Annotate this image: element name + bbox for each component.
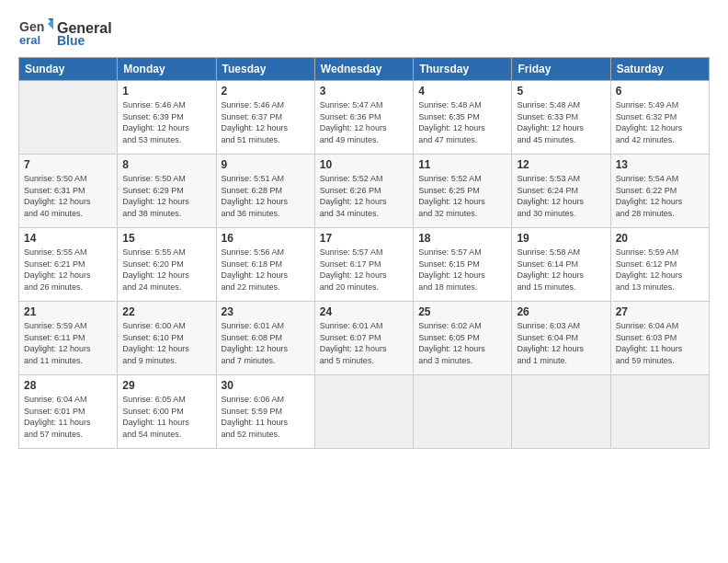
day-info: Sunrise: 5:57 AM Sunset: 6:15 PM Dayligh… bbox=[418, 247, 506, 293]
col-header-tuesday: Tuesday bbox=[216, 58, 314, 81]
day-info: Sunrise: 5:56 AM Sunset: 6:18 PM Dayligh… bbox=[222, 247, 310, 293]
day-info: Sunrise: 6:04 AM Sunset: 6:03 PM Dayligh… bbox=[616, 320, 704, 366]
col-header-saturday: Saturday bbox=[610, 58, 709, 81]
day-number: 15 bbox=[122, 232, 210, 245]
table-row: 25Sunrise: 6:02 AM Sunset: 6:05 PM Dayli… bbox=[414, 302, 512, 375]
table-row: 13Sunrise: 5:54 AM Sunset: 6:22 PM Dayli… bbox=[610, 155, 709, 228]
table-row: 5Sunrise: 5:48 AM Sunset: 6:33 PM Daylig… bbox=[512, 81, 610, 155]
table-row: 1Sunrise: 5:46 AM Sunset: 6:39 PM Daylig… bbox=[118, 81, 216, 155]
table-row: 30Sunrise: 6:06 AM Sunset: 5:59 PM Dayli… bbox=[216, 375, 314, 449]
table-row: 4Sunrise: 5:48 AM Sunset: 6:35 PM Daylig… bbox=[414, 81, 512, 155]
day-number: 26 bbox=[517, 305, 605, 318]
table-row: 19Sunrise: 5:58 AM Sunset: 6:14 PM Dayli… bbox=[512, 228, 610, 302]
day-info: Sunrise: 5:50 AM Sunset: 6:31 PM Dayligh… bbox=[24, 173, 112, 219]
day-number: 19 bbox=[517, 232, 605, 245]
table-row: 8Sunrise: 5:50 AM Sunset: 6:29 PM Daylig… bbox=[118, 155, 216, 228]
table-row: 24Sunrise: 6:01 AM Sunset: 6:07 PM Dayli… bbox=[314, 302, 413, 375]
day-info: Sunrise: 5:55 AM Sunset: 6:20 PM Dayligh… bbox=[122, 247, 210, 293]
day-info: Sunrise: 5:57 AM Sunset: 6:17 PM Dayligh… bbox=[320, 247, 408, 293]
day-info: Sunrise: 5:58 AM Sunset: 6:14 PM Dayligh… bbox=[517, 247, 605, 293]
day-number: 27 bbox=[616, 305, 704, 318]
table-row: 20Sunrise: 5:59 AM Sunset: 6:12 PM Dayli… bbox=[610, 228, 709, 302]
day-info: Sunrise: 5:59 AM Sunset: 6:12 PM Dayligh… bbox=[616, 247, 704, 293]
day-number: 18 bbox=[418, 232, 506, 245]
day-number: 17 bbox=[320, 232, 408, 245]
logo-svg: Gen eral bbox=[18, 17, 53, 52]
svg-text:Gen: Gen bbox=[19, 19, 44, 34]
table-row: 29Sunrise: 6:05 AM Sunset: 6:00 PM Dayli… bbox=[118, 375, 216, 449]
day-number: 13 bbox=[616, 158, 704, 171]
day-number: 16 bbox=[222, 232, 310, 245]
day-number: 10 bbox=[320, 158, 408, 171]
day-number: 28 bbox=[24, 379, 112, 392]
logo: Gen eral General Blue bbox=[18, 17, 112, 52]
day-info: Sunrise: 5:49 AM Sunset: 6:32 PM Dayligh… bbox=[616, 99, 704, 145]
col-header-wednesday: Wednesday bbox=[314, 58, 413, 81]
calendar-table: SundayMondayTuesdayWednesdayThursdayFrid… bbox=[18, 57, 710, 449]
day-number: 12 bbox=[517, 158, 605, 171]
table-row: 15Sunrise: 5:55 AM Sunset: 6:20 PM Dayli… bbox=[118, 228, 216, 302]
day-info: Sunrise: 5:54 AM Sunset: 6:22 PM Dayligh… bbox=[616, 173, 704, 219]
day-info: Sunrise: 5:52 AM Sunset: 6:25 PM Dayligh… bbox=[418, 173, 506, 219]
day-number: 1 bbox=[122, 85, 210, 98]
col-header-thursday: Thursday bbox=[414, 58, 512, 81]
day-info: Sunrise: 5:59 AM Sunset: 6:11 PM Dayligh… bbox=[24, 320, 112, 366]
day-number: 29 bbox=[122, 379, 210, 392]
table-row bbox=[610, 375, 709, 449]
day-info: Sunrise: 5:55 AM Sunset: 6:21 PM Dayligh… bbox=[24, 247, 112, 293]
day-number: 8 bbox=[122, 158, 210, 171]
table-row: 9Sunrise: 5:51 AM Sunset: 6:28 PM Daylig… bbox=[216, 155, 314, 228]
day-number: 9 bbox=[222, 158, 310, 171]
col-header-monday: Monday bbox=[118, 58, 216, 81]
day-number: 7 bbox=[24, 158, 112, 171]
day-info: Sunrise: 6:06 AM Sunset: 5:59 PM Dayligh… bbox=[222, 394, 310, 440]
table-row: 23Sunrise: 6:01 AM Sunset: 6:08 PM Dayli… bbox=[216, 302, 314, 375]
day-number: 22 bbox=[122, 305, 210, 318]
day-number: 21 bbox=[24, 305, 112, 318]
table-row bbox=[512, 375, 610, 449]
day-number: 6 bbox=[616, 85, 704, 98]
day-info: Sunrise: 5:46 AM Sunset: 6:39 PM Dayligh… bbox=[122, 99, 210, 145]
col-header-friday: Friday bbox=[512, 58, 610, 81]
day-number: 30 bbox=[222, 379, 310, 392]
table-row: 11Sunrise: 5:52 AM Sunset: 6:25 PM Dayli… bbox=[414, 155, 512, 228]
day-info: Sunrise: 5:47 AM Sunset: 6:36 PM Dayligh… bbox=[320, 99, 408, 145]
day-number: 24 bbox=[320, 305, 408, 318]
day-number: 4 bbox=[418, 85, 506, 98]
svg-text:eral: eral bbox=[19, 33, 40, 47]
day-info: Sunrise: 6:03 AM Sunset: 6:04 PM Dayligh… bbox=[517, 320, 605, 366]
table-row bbox=[314, 375, 413, 449]
day-info: Sunrise: 5:52 AM Sunset: 6:26 PM Dayligh… bbox=[320, 173, 408, 219]
table-row: 12Sunrise: 5:53 AM Sunset: 6:24 PM Dayli… bbox=[512, 155, 610, 228]
day-number: 3 bbox=[320, 85, 408, 98]
day-info: Sunrise: 5:50 AM Sunset: 6:29 PM Dayligh… bbox=[122, 173, 210, 219]
day-info: Sunrise: 6:04 AM Sunset: 6:01 PM Dayligh… bbox=[24, 394, 112, 440]
table-row: 27Sunrise: 6:04 AM Sunset: 6:03 PM Dayli… bbox=[610, 302, 709, 375]
day-number: 14 bbox=[24, 232, 112, 245]
day-info: Sunrise: 5:46 AM Sunset: 6:37 PM Dayligh… bbox=[222, 99, 310, 145]
day-info: Sunrise: 6:01 AM Sunset: 6:08 PM Dayligh… bbox=[222, 320, 310, 366]
day-number: 23 bbox=[222, 305, 310, 318]
day-info: Sunrise: 6:05 AM Sunset: 6:00 PM Dayligh… bbox=[122, 394, 210, 440]
day-info: Sunrise: 5:48 AM Sunset: 6:35 PM Dayligh… bbox=[418, 99, 506, 145]
day-info: Sunrise: 5:51 AM Sunset: 6:28 PM Dayligh… bbox=[222, 173, 310, 219]
day-number: 25 bbox=[418, 305, 506, 318]
table-row: 16Sunrise: 5:56 AM Sunset: 6:18 PM Dayli… bbox=[216, 228, 314, 302]
table-row: 17Sunrise: 5:57 AM Sunset: 6:17 PM Dayli… bbox=[314, 228, 413, 302]
day-info: Sunrise: 6:00 AM Sunset: 6:10 PM Dayligh… bbox=[122, 320, 210, 366]
table-row: 22Sunrise: 6:00 AM Sunset: 6:10 PM Dayli… bbox=[118, 302, 216, 375]
day-info: Sunrise: 6:01 AM Sunset: 6:07 PM Dayligh… bbox=[320, 320, 408, 366]
table-row: 7Sunrise: 5:50 AM Sunset: 6:31 PM Daylig… bbox=[19, 155, 118, 228]
table-row: 18Sunrise: 5:57 AM Sunset: 6:15 PM Dayli… bbox=[414, 228, 512, 302]
table-row: 6Sunrise: 5:49 AM Sunset: 6:32 PM Daylig… bbox=[610, 81, 709, 155]
logo-blue-text: Blue bbox=[57, 34, 112, 48]
table-row: 28Sunrise: 6:04 AM Sunset: 6:01 PM Dayli… bbox=[19, 375, 118, 449]
day-number: 20 bbox=[616, 232, 704, 245]
day-info: Sunrise: 5:48 AM Sunset: 6:33 PM Dayligh… bbox=[517, 99, 605, 145]
table-row: 21Sunrise: 5:59 AM Sunset: 6:11 PM Dayli… bbox=[19, 302, 118, 375]
table-row: 10Sunrise: 5:52 AM Sunset: 6:26 PM Dayli… bbox=[314, 155, 413, 228]
table-row: 3Sunrise: 5:47 AM Sunset: 6:36 PM Daylig… bbox=[314, 81, 413, 155]
table-row bbox=[19, 81, 118, 155]
table-row: 2Sunrise: 5:46 AM Sunset: 6:37 PM Daylig… bbox=[216, 81, 314, 155]
table-row: 14Sunrise: 5:55 AM Sunset: 6:21 PM Dayli… bbox=[19, 228, 118, 302]
